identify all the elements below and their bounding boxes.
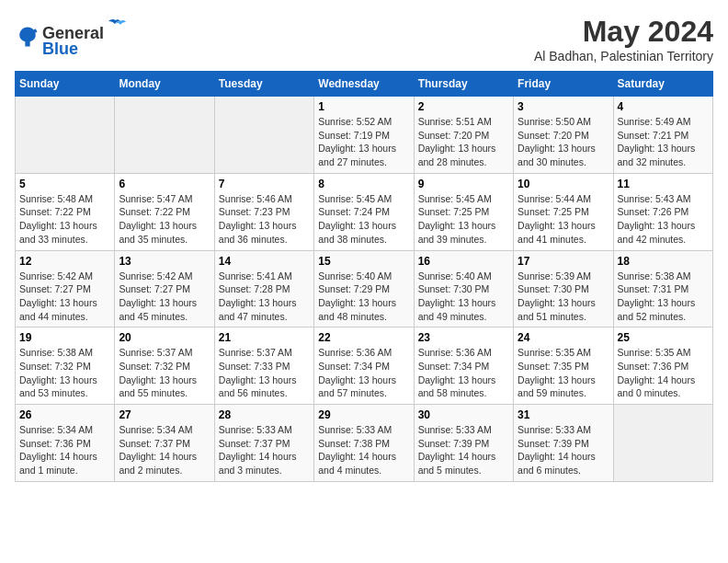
day-info: Sunrise: 5:41 AMSunset: 7:28 PMDaylight:… <box>219 270 310 324</box>
logo-icon <box>15 24 40 50</box>
day-number: 28 <box>219 408 310 421</box>
day-info: Sunrise: 5:43 AMSunset: 7:26 PMDaylight:… <box>618 192 709 247</box>
day-of-week-header: Friday <box>514 72 613 97</box>
page-header: General Blue May 2024 Al Badhan, Palesti… <box>15 15 713 63</box>
day-number: 15 <box>318 255 409 268</box>
calendar-cell: 10Sunrise: 5:44 AMSunset: 7:25 PMDayligh… <box>514 173 613 250</box>
day-info: Sunrise: 5:34 AMSunset: 7:36 PMDaylight:… <box>19 423 110 477</box>
calendar-cell: 4Sunrise: 5:49 AMSunset: 7:21 PMDaylight… <box>613 97 712 174</box>
day-number: 29 <box>318 408 409 421</box>
day-number: 30 <box>418 408 509 421</box>
day-info: Sunrise: 5:36 AMSunset: 7:34 PMDaylight:… <box>418 346 509 400</box>
calendar-cell: 9Sunrise: 5:45 AMSunset: 7:25 PMDaylight… <box>414 173 513 250</box>
calendar-cell: 14Sunrise: 5:41 AMSunset: 7:28 PMDayligh… <box>214 250 313 327</box>
calendar-cell: 19Sunrise: 5:38 AMSunset: 7:32 PMDayligh… <box>16 327 115 405</box>
calendar-cell: 25Sunrise: 5:35 AMSunset: 7:36 PMDayligh… <box>613 327 712 405</box>
day-number: 2 <box>418 100 509 113</box>
day-info: Sunrise: 5:35 AMSunset: 7:35 PMDaylight:… <box>518 346 609 400</box>
calendar-cell <box>214 97 313 174</box>
day-number: 27 <box>119 408 210 421</box>
day-number: 26 <box>19 408 110 421</box>
day-of-week-header: Saturday <box>613 72 712 97</box>
calendar-cell: 20Sunrise: 5:37 AMSunset: 7:32 PMDayligh… <box>115 327 214 405</box>
day-info: Sunrise: 5:35 AMSunset: 7:36 PMDaylight:… <box>618 346 709 400</box>
day-number: 6 <box>119 178 210 190</box>
day-info: Sunrise: 5:33 AMSunset: 7:39 PMDaylight:… <box>518 423 609 477</box>
day-info: Sunrise: 5:45 AMSunset: 7:24 PMDaylight:… <box>318 192 409 247</box>
calendar-header-row: SundayMondayTuesdayWednesdayThursdayFrid… <box>16 72 713 97</box>
day-number: 18 <box>618 255 709 268</box>
calendar-cell: 7Sunrise: 5:46 AMSunset: 7:23 PMDaylight… <box>214 173 313 250</box>
calendar-cell: 6Sunrise: 5:47 AMSunset: 7:22 PMDaylight… <box>115 173 214 250</box>
calendar-cell: 30Sunrise: 5:33 AMSunset: 7:39 PMDayligh… <box>414 405 513 482</box>
day-info: Sunrise: 5:33 AMSunset: 7:37 PMDaylight:… <box>219 423 310 477</box>
day-number: 8 <box>318 178 409 190</box>
day-info: Sunrise: 5:51 AMSunset: 7:20 PMDaylight:… <box>418 115 509 169</box>
calendar-week-row: 19Sunrise: 5:38 AMSunset: 7:32 PMDayligh… <box>16 327 713 405</box>
day-info: Sunrise: 5:33 AMSunset: 7:38 PMDaylight:… <box>318 423 409 477</box>
calendar-week-row: 1Sunrise: 5:52 AMSunset: 7:19 PMDaylight… <box>16 97 713 174</box>
day-number: 31 <box>518 408 609 421</box>
calendar-cell: 11Sunrise: 5:43 AMSunset: 7:26 PMDayligh… <box>613 173 712 250</box>
day-number: 14 <box>219 255 310 268</box>
day-info: Sunrise: 5:42 AMSunset: 7:27 PMDaylight:… <box>119 270 210 324</box>
day-info: Sunrise: 5:38 AMSunset: 7:31 PMDaylight:… <box>618 270 709 324</box>
title-block: May 2024 Al Badhan, Palestinian Territor… <box>534 15 713 63</box>
calendar-cell: 8Sunrise: 5:45 AMSunset: 7:24 PMDaylight… <box>314 173 414 250</box>
day-info: Sunrise: 5:39 AMSunset: 7:30 PMDaylight:… <box>518 270 609 324</box>
calendar-cell: 24Sunrise: 5:35 AMSunset: 7:35 PMDayligh… <box>514 327 613 405</box>
day-info: Sunrise: 5:47 AMSunset: 7:22 PMDaylight:… <box>119 192 210 247</box>
calendar-cell: 26Sunrise: 5:34 AMSunset: 7:36 PMDayligh… <box>16 405 115 482</box>
calendar-cell: 21Sunrise: 5:37 AMSunset: 7:33 PMDayligh… <box>214 327 313 405</box>
day-number: 22 <box>318 331 409 344</box>
calendar-cell: 31Sunrise: 5:33 AMSunset: 7:39 PMDayligh… <box>514 405 613 482</box>
calendar-cell: 18Sunrise: 5:38 AMSunset: 7:31 PMDayligh… <box>613 250 712 327</box>
calendar-week-row: 12Sunrise: 5:42 AMSunset: 7:27 PMDayligh… <box>16 250 713 327</box>
calendar-cell: 16Sunrise: 5:40 AMSunset: 7:30 PMDayligh… <box>414 250 513 327</box>
day-info: Sunrise: 5:49 AMSunset: 7:21 PMDaylight:… <box>618 115 709 169</box>
location-subtitle: Al Badhan, Palestinian Territory <box>534 49 713 63</box>
day-info: Sunrise: 5:38 AMSunset: 7:32 PMDaylight:… <box>19 346 110 400</box>
day-number: 7 <box>219 178 310 190</box>
day-info: Sunrise: 5:36 AMSunset: 7:34 PMDaylight:… <box>318 346 409 400</box>
calendar-cell <box>613 405 712 482</box>
calendar-cell: 29Sunrise: 5:33 AMSunset: 7:38 PMDayligh… <box>314 405 414 482</box>
day-number: 9 <box>418 178 509 190</box>
day-number: 23 <box>418 331 509 344</box>
calendar-cell: 28Sunrise: 5:33 AMSunset: 7:37 PMDayligh… <box>214 405 313 482</box>
day-number: 21 <box>219 331 310 344</box>
calendar-cell: 15Sunrise: 5:40 AMSunset: 7:29 PMDayligh… <box>314 250 414 327</box>
calendar-cell: 13Sunrise: 5:42 AMSunset: 7:27 PMDayligh… <box>115 250 214 327</box>
day-info: Sunrise: 5:40 AMSunset: 7:29 PMDaylight:… <box>318 270 409 324</box>
day-of-week-header: Monday <box>115 72 214 97</box>
day-number: 24 <box>518 331 609 344</box>
day-info: Sunrise: 5:34 AMSunset: 7:37 PMDaylight:… <box>119 423 210 477</box>
day-number: 5 <box>19 178 110 190</box>
day-number: 4 <box>618 100 709 113</box>
day-number: 16 <box>418 255 509 268</box>
day-info: Sunrise: 5:48 AMSunset: 7:22 PMDaylight:… <box>19 192 110 247</box>
calendar-cell: 27Sunrise: 5:34 AMSunset: 7:37 PMDayligh… <box>115 405 214 482</box>
day-info: Sunrise: 5:40 AMSunset: 7:30 PMDaylight:… <box>418 270 509 324</box>
logo-text: General Blue <box>42 15 128 59</box>
day-info: Sunrise: 5:42 AMSunset: 7:27 PMDaylight:… <box>19 270 110 324</box>
calendar-cell: 3Sunrise: 5:50 AMSunset: 7:20 PMDaylight… <box>514 97 613 174</box>
day-info: Sunrise: 5:37 AMSunset: 7:32 PMDaylight:… <box>119 346 210 400</box>
day-of-week-header: Thursday <box>414 72 513 97</box>
day-number: 17 <box>518 255 609 268</box>
day-info: Sunrise: 5:33 AMSunset: 7:39 PMDaylight:… <box>418 423 509 477</box>
day-number: 20 <box>119 331 210 344</box>
calendar-week-row: 26Sunrise: 5:34 AMSunset: 7:36 PMDayligh… <box>16 405 713 482</box>
calendar-cell: 12Sunrise: 5:42 AMSunset: 7:27 PMDayligh… <box>16 250 115 327</box>
day-of-week-header: Sunday <box>16 72 115 97</box>
day-info: Sunrise: 5:37 AMSunset: 7:33 PMDaylight:… <box>219 346 310 400</box>
day-info: Sunrise: 5:45 AMSunset: 7:25 PMDaylight:… <box>418 192 509 247</box>
calendar-cell <box>16 97 115 174</box>
calendar-cell: 17Sunrise: 5:39 AMSunset: 7:30 PMDayligh… <box>514 250 613 327</box>
day-info: Sunrise: 5:44 AMSunset: 7:25 PMDaylight:… <box>518 192 609 247</box>
logo: General Blue <box>15 15 128 59</box>
day-number: 1 <box>318 100 409 113</box>
day-of-week-header: Tuesday <box>214 72 313 97</box>
calendar-cell: 5Sunrise: 5:48 AMSunset: 7:22 PMDaylight… <box>16 173 115 250</box>
day-info: Sunrise: 5:50 AMSunset: 7:20 PMDaylight:… <box>518 115 609 169</box>
